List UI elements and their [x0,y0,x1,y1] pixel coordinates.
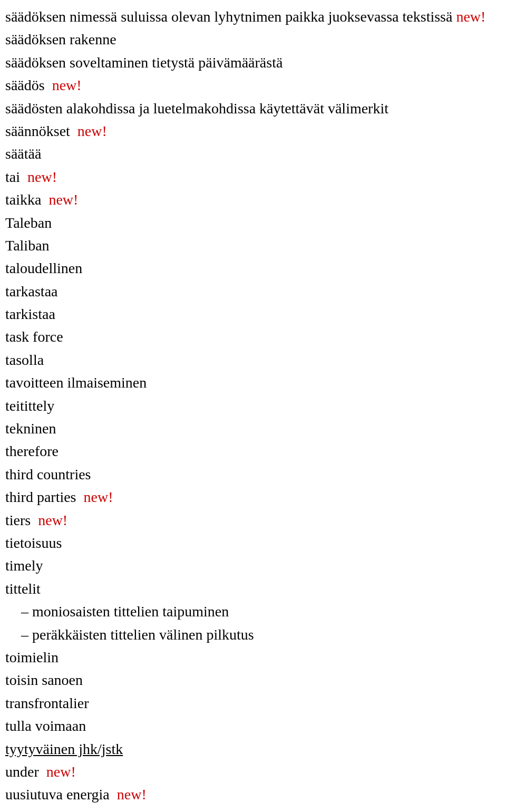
line9: taikka new! [5,188,498,211]
line10: Taleban [5,211,498,234]
new-badge-35: new! [117,786,147,803]
line32: tulla voimaan [5,714,498,737]
line33: tyytyväinen jhk/jstk [5,738,498,760]
new-badge-1: new! [456,8,485,25]
line24: tietoisuus [5,531,498,554]
line3: säädöksen soveltaminen tietystä päivämää… [5,51,498,74]
line26: tittelit [5,577,498,600]
line11: Taliban [5,234,498,257]
line7: säätää [5,142,498,165]
line22: third parties new! [5,486,498,508]
line16: tasolla [5,349,498,371]
line27: – moniosaisten tittelien taipuminen [5,600,498,623]
new-badge-34: new! [46,763,76,780]
line34: under new! [5,760,498,783]
new-badge-6: new! [77,123,107,139]
line19: tekninen [5,417,498,440]
line35: uusiutuva energia new! [5,783,498,806]
line30: toisin sanoen [5,669,498,691]
line23: tiers new! [5,509,498,531]
new-badge-8: new! [27,169,57,185]
line29: toimielin [5,646,498,669]
main-content: säädöksen nimessä suluissa olevan lyhytn… [5,5,498,812]
new-badge-22: new! [84,489,113,505]
new-badge-23: new! [38,512,67,528]
line17: tavoitteen ilmaiseminen [5,371,498,394]
line25: timely [5,554,498,577]
line13: tarkastaa [5,280,498,303]
line4: säädös new! [5,74,498,96]
line21: third countries [5,463,498,486]
line20: therefore [5,440,498,462]
line2: säädöksen rakenne [5,28,498,51]
line6: säännökset new! [5,120,498,142]
new-badge-9: new! [48,191,78,208]
line8: tai new! [5,166,498,188]
line31: transfrontalier [5,692,498,714]
line28: – peräkkäisten tittelien välinen pilkutu… [5,623,498,646]
line12: taloudellinen [5,257,498,279]
line15: task force [5,325,498,348]
new-badge-4: new! [52,77,82,93]
line14: tarkistaa [5,303,498,325]
line1: säädöksen nimessä suluissa olevan lyhytn… [5,5,498,28]
line36: uusiutuvat energialähteet [5,806,498,812]
line5: säädösten alakohdissa ja luetelmakohdiss… [5,97,498,120]
line18: teitittely [5,394,498,417]
